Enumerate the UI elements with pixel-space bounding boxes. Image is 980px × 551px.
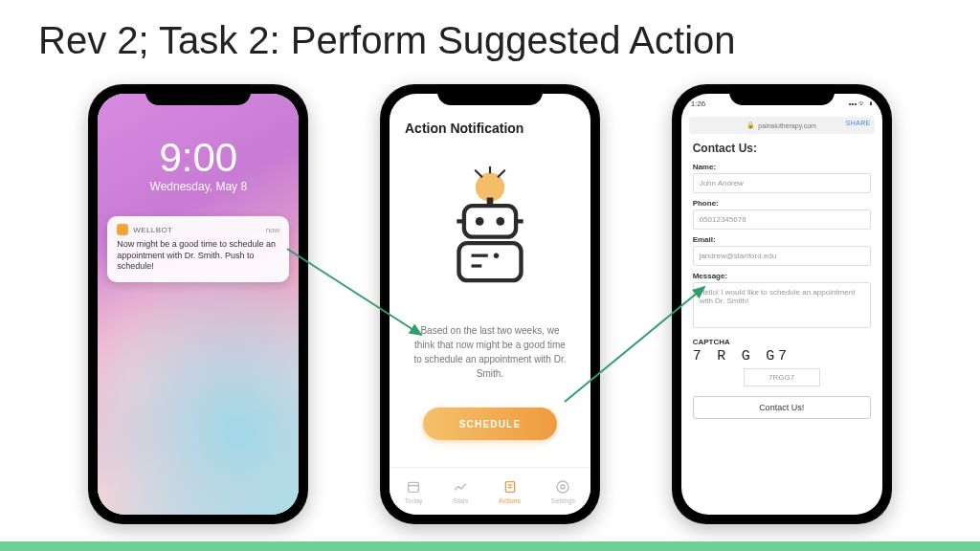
nav-stats[interactable]: Stats (453, 479, 468, 504)
svg-point-12 (494, 253, 499, 257)
phones-row: 9:00 Wednesday, May 8 WELLBOT now Now mi… (0, 77, 980, 532)
lock-icon: 🔒 (746, 121, 755, 129)
captcha-field[interactable]: 7RGG7 (744, 368, 820, 386)
footer-accent (0, 541, 980, 551)
svg-rect-14 (409, 482, 419, 492)
lock-date: Wednesday, May 8 (98, 180, 299, 193)
captcha-label: CAPTCHA (693, 338, 871, 346)
svg-rect-10 (458, 243, 521, 280)
bottom-nav: Today Stats Actions Settings (390, 467, 590, 515)
form-title: Contact Us: (693, 142, 871, 155)
push-notification[interactable]: WELLBOT now Now might be a good time to … (107, 216, 289, 282)
push-time: now (266, 226, 280, 234)
email-field[interactable]: jandrew@stanford.edu (693, 246, 871, 266)
svg-point-0 (476, 173, 504, 202)
status-bar: 1:26 ••• ᯤ ▮ (691, 99, 873, 108)
push-app-name: WELLBOT (133, 226, 172, 234)
status-time: 1:26 (691, 99, 706, 108)
phone-contact-form: 1:26 ••• ᯤ ▮ 🔒 painalotherapy.com SHARE … (672, 84, 892, 524)
svg-rect-5 (464, 206, 516, 236)
svg-point-19 (561, 485, 565, 489)
status-icons: ••• ᯤ ▮ (849, 99, 873, 108)
message-label: Message: (693, 272, 871, 280)
push-body: Now might be a good time to schedule an … (117, 239, 279, 273)
lock-time: 9:00 (98, 138, 299, 178)
app-badge-icon (117, 224, 128, 235)
nav-actions[interactable]: Actions (499, 479, 521, 504)
svg-point-20 (557, 481, 568, 493)
share-link[interactable]: SHARE (846, 120, 871, 126)
screen-title: Action Notification (405, 121, 523, 136)
nav-settings[interactable]: Settings (551, 479, 575, 504)
name-field[interactable]: John Andrew (693, 173, 871, 193)
lock-clock: 9:00 Wednesday, May 8 (98, 138, 299, 193)
svg-point-7 (496, 217, 504, 226)
phone-label: Phone: (693, 199, 871, 208)
phone-action-notification: Action Notification (380, 84, 600, 524)
notch (145, 84, 251, 105)
notch (437, 84, 543, 105)
email-label: Email: (693, 235, 871, 244)
slide-title: Rev 2; Task 2: Perform Suggested Action (38, 19, 942, 62)
message-field[interactable]: Hello! I would like to schedule an appoi… (693, 282, 871, 328)
svg-line-2 (476, 170, 482, 177)
schedule-button[interactable]: SCHEDULE (423, 408, 557, 440)
phone-field[interactable]: 65012345678 (693, 209, 871, 230)
contact-submit-button[interactable]: Contact Us! (693, 396, 871, 419)
captcha-image: 7 R G G7 (693, 348, 871, 364)
phone-lockscreen: 9:00 Wednesday, May 8 WELLBOT now Now mi… (88, 84, 308, 524)
svg-point-6 (476, 217, 484, 226)
svg-line-4 (499, 170, 505, 177)
name-label: Name: (693, 163, 871, 171)
suggestion-message: Based on the last two weeks, we think th… (412, 323, 568, 381)
robot-illustration (418, 157, 562, 300)
url-text: painalotherapy.com (758, 122, 816, 129)
nav-today[interactable]: Today (405, 479, 423, 504)
